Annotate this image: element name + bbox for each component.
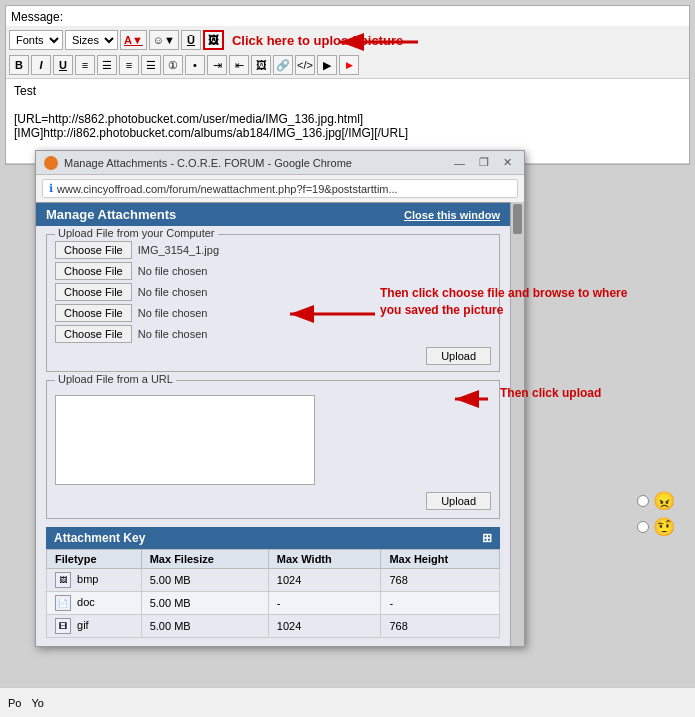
- italic-btn[interactable]: I: [31, 55, 51, 75]
- manage-header: Manage Attachments Close this window: [36, 203, 510, 226]
- chrome-addressbar[interactable]: ℹ www.cincyoffroad.com/forum/newattachme…: [42, 179, 518, 198]
- gif-icon: 🎞: [55, 618, 71, 634]
- indent-btn[interactable]: ⇥: [207, 55, 227, 75]
- chrome-title-controls: — ❐ ✕: [450, 155, 516, 170]
- radio-2[interactable]: [637, 521, 649, 533]
- table-row: 🖼 bmp 5.00 MB 1024 768: [47, 569, 500, 592]
- scrollbar[interactable]: [510, 202, 524, 646]
- video-btn[interactable]: ▶: [317, 55, 337, 75]
- upload-btn-row: Upload: [55, 347, 491, 365]
- justify-btn[interactable]: ☰: [141, 55, 161, 75]
- code-btn[interactable]: </>: [295, 55, 315, 75]
- chrome-titlebar: Manage Attachments - C.O.R.E. FORUM - Go…: [36, 151, 524, 175]
- content-line1: Test: [14, 84, 681, 98]
- toolbar-row1: Fonts Sizes A▼ ☺▼ Ū 🖼 Click here to uplo…: [9, 28, 686, 52]
- filetype-cell: 📄 doc: [47, 592, 142, 615]
- italic-icon: I: [39, 59, 42, 71]
- upload-computer-btn[interactable]: Upload: [426, 347, 491, 365]
- file-name-2: No file chosen: [138, 265, 208, 277]
- filetype-label: gif: [77, 619, 89, 631]
- unordered-list-icon: •: [193, 59, 197, 71]
- video-icon: ▶: [323, 59, 331, 72]
- align-center-icon: ☰: [102, 59, 112, 72]
- angry-emoji: 😠: [653, 490, 675, 512]
- url-textarea[interactable]: [55, 395, 315, 485]
- expand-icon[interactable]: ⊞: [482, 531, 492, 545]
- ul-btn[interactable]: •: [185, 55, 205, 75]
- emoji-btn[interactable]: ☺▼: [149, 30, 179, 50]
- filesize-cell: 5.00 MB: [141, 569, 268, 592]
- height-cell: 768: [381, 569, 500, 592]
- align-left-icon: ≡: [82, 59, 88, 71]
- minimize-btn[interactable]: —: [450, 155, 469, 170]
- align-center-btn[interactable]: ☰: [97, 55, 117, 75]
- attachment-key-section: Attachment Key ⊞ Filetype Max Filesize M…: [46, 527, 500, 638]
- bold-icon: B: [15, 59, 23, 71]
- content-line4: [IMG]http://i862.photobucket.com/albums/…: [14, 126, 681, 140]
- choose-file-btn-5[interactable]: Choose File: [55, 325, 132, 343]
- outdent-btn[interactable]: ⇤: [229, 55, 249, 75]
- message-label: Message:: [6, 6, 689, 26]
- choose-file-btn-3[interactable]: Choose File: [55, 283, 132, 301]
- file-row-2: Choose File No file chosen: [55, 262, 491, 280]
- filesize-cell: 5.00 MB: [141, 615, 268, 638]
- file-name-4: No file chosen: [138, 307, 208, 319]
- content-line3: [URL=http://s862.photobucket.com/user/me…: [14, 112, 681, 126]
- bmp-icon: 🖼: [55, 572, 71, 588]
- choose-file-btn-4[interactable]: Choose File: [55, 304, 132, 322]
- outdent-icon: ⇤: [235, 59, 244, 72]
- height-cell: -: [381, 592, 500, 615]
- chrome-window: Manage Attachments - C.O.R.E. FORUM - Go…: [35, 150, 525, 647]
- manage-panel: Manage Attachments Close this window Upl…: [36, 202, 510, 646]
- table-header-row: Filetype Max Filesize Max Width Max Heig…: [47, 550, 500, 569]
- filetype-cell: 🖼 bmp: [47, 569, 142, 592]
- youtube-icon: ▶: [346, 60, 353, 70]
- chrome-title-text: Manage Attachments - C.O.R.E. FORUM - Go…: [64, 157, 352, 169]
- filetype-label: bmp: [77, 573, 98, 585]
- col-max-height: Max Height: [381, 550, 500, 569]
- upload-picture-btn[interactable]: 🖼: [203, 30, 224, 50]
- sizes-select[interactable]: Sizes: [65, 30, 118, 50]
- file-row-1: Choose File IMG_3154_1.jpg: [55, 241, 491, 259]
- upload-annotation: Click here to upload picture: [232, 33, 403, 48]
- attachment-key-table: Filetype Max Filesize Max Width Max Heig…: [46, 549, 500, 638]
- format-btn[interactable]: Ū: [181, 30, 201, 50]
- fonts-select[interactable]: Fonts: [9, 30, 63, 50]
- width-cell: -: [268, 592, 381, 615]
- upload-computer-box: Upload File from your Computer Choose Fi…: [46, 234, 500, 372]
- image-upload-icon: 🖼: [208, 34, 219, 46]
- link-btn[interactable]: 🔗: [273, 55, 293, 75]
- filetype-cell: 🎞 gif: [47, 615, 142, 638]
- choose-file-btn-1[interactable]: Choose File: [55, 241, 132, 259]
- close-btn[interactable]: ✕: [499, 155, 516, 170]
- content-line2: [14, 98, 681, 112]
- ordered-list-icon: ①: [168, 59, 178, 72]
- ol-btn[interactable]: ①: [163, 55, 183, 75]
- width-cell: 1024: [268, 615, 381, 638]
- choose-file-btn-2[interactable]: Choose File: [55, 262, 132, 280]
- img-btn[interactable]: 🖼: [251, 55, 271, 75]
- filetype-label: doc: [77, 596, 95, 608]
- filesize-cell: 5.00 MB: [141, 592, 268, 615]
- file-name-3: No file chosen: [138, 286, 208, 298]
- align-left-btn[interactable]: ≡: [75, 55, 95, 75]
- youtube-btn[interactable]: ▶: [339, 55, 359, 75]
- scrollbar-thumb[interactable]: [513, 204, 522, 234]
- right-panel: 😠 🤨: [637, 490, 675, 538]
- other-emoji: 🤨: [653, 516, 675, 538]
- col-filetype: Filetype: [47, 550, 142, 569]
- underline-btn[interactable]: U: [53, 55, 73, 75]
- col-max-filesize: Max Filesize: [141, 550, 268, 569]
- close-window-link[interactable]: Close this window: [404, 209, 500, 221]
- toolbar-row2: B I U ≡ ☰ ≡ ☰ ① • ⇥ ⇤ 🖼 🔗 </> ▶ ▶: [9, 54, 686, 76]
- chrome-favicon: [44, 156, 58, 170]
- upload-url-btn[interactable]: Upload: [426, 492, 491, 510]
- upload-url-legend: Upload File from a URL: [55, 373, 176, 385]
- align-right-btn[interactable]: ≡: [119, 55, 139, 75]
- bold-btn[interactable]: B: [9, 55, 29, 75]
- file-name-5: No file chosen: [138, 328, 208, 340]
- bottom-bar: Po Yo: [0, 687, 695, 717]
- radio-1[interactable]: [637, 495, 649, 507]
- restore-btn[interactable]: ❐: [475, 155, 493, 170]
- font-color-btn[interactable]: A▼: [120, 30, 147, 50]
